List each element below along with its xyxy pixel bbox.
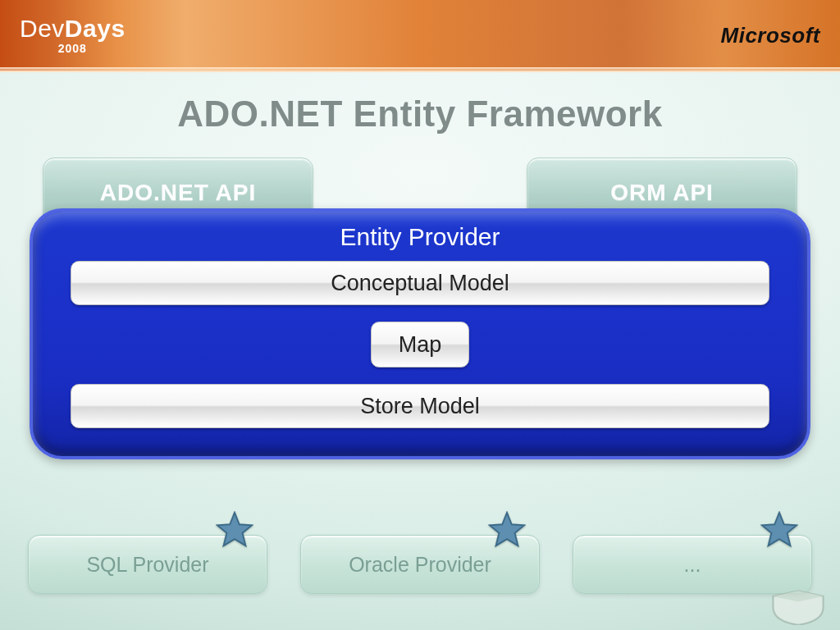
slide-body: ADO.NET Entity Framework ADO.NET API ORM… — [0, 72, 840, 630]
header-band: DevDays 2008 Microsoft — [0, 0, 840, 72]
provider-label: SQL Provider — [86, 553, 208, 577]
sponsor-logo: Microsoft — [721, 23, 821, 48]
svg-marker-2 — [762, 513, 797, 546]
provider-label: Oracle Provider — [349, 553, 491, 577]
entity-provider-panel: Entity Provider Conceptual Model Map Sto… — [30, 208, 810, 459]
layer-map: Map — [371, 322, 469, 368]
layer-store: Store Model — [71, 384, 769, 428]
event-year: 2008 — [20, 43, 126, 54]
star-icon — [216, 511, 253, 549]
provider-more: ... — [573, 535, 812, 594]
svg-marker-1 — [490, 513, 524, 546]
event-logo: DevDays 2008 — [20, 16, 126, 54]
provider-oracle: Oracle Provider — [300, 535, 540, 594]
providers-row: SQL Provider Oracle Provider ... — [28, 535, 812, 594]
event-name-light: Dev — [20, 15, 65, 42]
event-name-bold: Days — [65, 15, 126, 42]
provider-label: ... — [684, 553, 701, 577]
star-icon — [760, 511, 798, 549]
slide-title: ADO.NET Entity Framework — [28, 94, 812, 135]
svg-marker-0 — [217, 513, 252, 546]
panel-title: Entity Provider — [71, 223, 769, 251]
layer-conceptual: Conceptual Model — [71, 261, 769, 305]
footer-shield-icon — [769, 589, 827, 625]
provider-sql: SQL Provider — [28, 535, 267, 594]
star-icon — [488, 511, 526, 549]
